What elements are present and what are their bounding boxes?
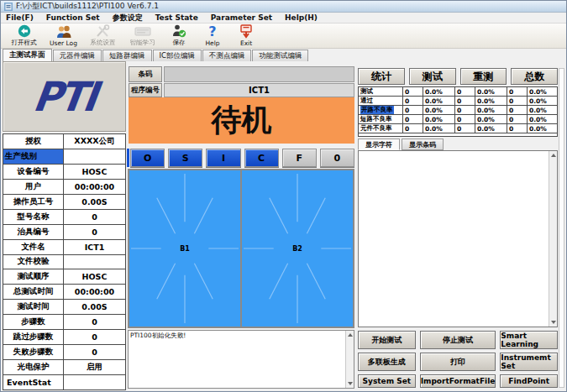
print-button[interactable]: 打印 (420, 353, 496, 371)
open-program-button[interactable]: 打开程式 (4, 24, 44, 47)
menu-file[interactable]: File(F) (6, 13, 34, 22)
result-scrollbar[interactable] (549, 151, 557, 327)
row-label[interactable]: 文件校验 (3, 255, 64, 269)
row-label[interactable]: 型号名称 (3, 210, 64, 224)
table-row: 治具编号0 (3, 225, 125, 240)
stat-header-row: 统计 测试 重测 总数 (358, 68, 558, 85)
help-icon: ? (207, 24, 218, 39)
stats-row: 开路不良率 0 0.0% 0 0.0% 0 0.0% (359, 106, 557, 115)
slot-button-o[interactable]: O (130, 149, 165, 167)
row-label[interactable]: 步骤数 (3, 315, 64, 329)
stats-button[interactable]: 统计 (358, 68, 405, 85)
row-label[interactable]: 跳过步骤数 (3, 330, 64, 344)
user-log-button[interactable]: User Log (44, 24, 83, 47)
row-value: ICT1 (64, 240, 125, 254)
scroll-up-icon[interactable] (551, 154, 556, 157)
program-number-field[interactable]: ICT1 (164, 83, 354, 97)
log-box[interactable]: PTI100初始化失败! (128, 330, 354, 389)
instrument-set-button[interactable]: Instrumemt Set (500, 353, 558, 371)
result-listbox[interactable] (358, 150, 558, 327)
stats-row-label[interactable]: 通过 (359, 97, 402, 105)
row-value: 00:00:00 (64, 180, 125, 194)
tab-component-edit[interactable]: 元器件编辑 (53, 50, 102, 61)
slot-button-s[interactable]: S (168, 149, 202, 167)
table-row: 文件名ICT1 (3, 240, 125, 255)
table-row: 光电保护启用 (3, 360, 125, 375)
row-label[interactable]: EventStat (3, 375, 64, 389)
row-label[interactable]: 授权 (3, 134, 64, 149)
row-label[interactable]: 失败步骤数 (3, 345, 64, 359)
barcode-input[interactable] (164, 66, 354, 82)
right-edge-strip (559, 68, 564, 388)
system-set-button[interactable]: System Set (358, 374, 416, 388)
scroll-down-icon[interactable] (348, 382, 353, 385)
stats-cell: 0 (454, 97, 475, 105)
multi-panel-generate-button[interactable]: 多联板生成 (358, 353, 416, 371)
action-button-grid: 开始测试 停止测试 Smart Learning 多联板生成 打印 Instru… (358, 331, 558, 388)
menu-test-state[interactable]: Test State (155, 13, 198, 22)
stats-cell: 0 (507, 106, 527, 114)
row-value: 0 (64, 210, 125, 224)
smart-learning-action-button[interactable]: Smart Learning (500, 331, 558, 349)
menu-function-set[interactable]: Function Set (46, 13, 100, 22)
slot-button-f[interactable]: F (282, 149, 317, 167)
scroll-up-icon[interactable] (348, 333, 353, 337)
row-label[interactable]: 测试时间 (3, 300, 64, 314)
tab-short-group-edit[interactable]: 短路群编辑 (102, 50, 152, 61)
stats-row-label[interactable]: 元件不良率 (359, 124, 402, 133)
row-label[interactable]: 用户 (3, 180, 64, 194)
help-button[interactable]: ? Help (196, 24, 229, 47)
row-label[interactable]: 文件名 (3, 240, 64, 254)
slot-button-row: O S I C F 0 (130, 149, 354, 167)
tab-untested-point-edit[interactable]: 不测点编辑 (202, 50, 252, 61)
row-label[interactable]: 光电保护 (3, 360, 64, 374)
menu-parameter-settings[interactable]: 参数设定 (113, 13, 143, 24)
system-settings-label: 系统设置 (91, 39, 116, 47)
row-label[interactable]: 总测试时间 (3, 285, 64, 299)
retest-button[interactable]: 重测 (460, 68, 507, 85)
stats-cell: 0 (402, 115, 423, 123)
title-bar[interactable]: F:\小型ICT\builds1112\PTI100 Ver6.7.1 (1, 1, 566, 13)
exit-button[interactable]: Exit (229, 24, 263, 47)
board-b2[interactable]: B2 (242, 170, 353, 327)
stop-test-button[interactable]: 停止测试 (420, 331, 496, 349)
system-settings-icon (96, 24, 111, 38)
menu-help[interactable]: Help(H) (285, 13, 318, 22)
save-button[interactable]: 保存 (162, 24, 196, 47)
row-value (64, 255, 125, 269)
row-label-selected[interactable]: 生产线别 (3, 149, 64, 164)
row-value: 00:00:00 (64, 285, 125, 299)
import-format-file-button[interactable]: ImportFormatFile (420, 374, 496, 388)
table-row: 生产线别 (3, 149, 125, 165)
menu-parameter-set[interactable]: Parameter Set (211, 13, 272, 22)
board-b1[interactable]: B1 (129, 170, 240, 327)
stats-cell: 0 (402, 106, 423, 114)
stats-table: 测试 0 0.0% 0 0.0% 0 0.0% 通过 0 0.0% 0 0.0%… (358, 86, 558, 137)
tab-main-test[interactable]: 主测试界面 (3, 49, 52, 61)
tab-ic-part-edit[interactable]: IC部位编辑 (153, 50, 202, 61)
user-log-icon (56, 24, 71, 39)
log-scrollbar[interactable] (345, 331, 354, 388)
stats-row-label-selected[interactable]: 开路不良率 (359, 106, 402, 114)
table-row: 步骤数0 (3, 315, 125, 330)
row-label[interactable]: 操作员工号 (3, 195, 64, 209)
tab-function-test-edit[interactable]: 功能测试编辑 (252, 50, 308, 61)
test-button[interactable]: 测试 (409, 68, 456, 85)
tab-display-barcode[interactable]: 显示条码 (402, 139, 444, 150)
row-label[interactable]: 设备编号 (3, 165, 64, 179)
slot-button-c[interactable]: C (244, 149, 279, 167)
find-point-button[interactable]: FindPoint (500, 374, 558, 388)
right-panel: 统计 测试 重测 总数 测试 0 0.0% 0 0.0% 0 0.0% 通过 0 (355, 61, 566, 390)
slot-button-0[interactable]: 0 (320, 149, 354, 167)
table-row: 测试顺序HOSC (3, 269, 125, 285)
stats-cell: 0.0% (527, 106, 557, 114)
total-button[interactable]: 总数 (511, 68, 558, 85)
stats-row-label[interactable]: 短路不良率 (359, 115, 402, 123)
row-label[interactable]: 治具编号 (3, 225, 64, 239)
scroll-down-icon[interactable] (551, 321, 556, 324)
row-label[interactable]: 测试顺序 (3, 269, 64, 284)
stats-row-label[interactable]: 测试 (359, 87, 402, 96)
start-test-button[interactable]: 开始测试 (358, 331, 416, 349)
tab-display-chars[interactable]: 显示字符 (358, 139, 400, 150)
slot-button-i[interactable]: I (206, 149, 240, 167)
